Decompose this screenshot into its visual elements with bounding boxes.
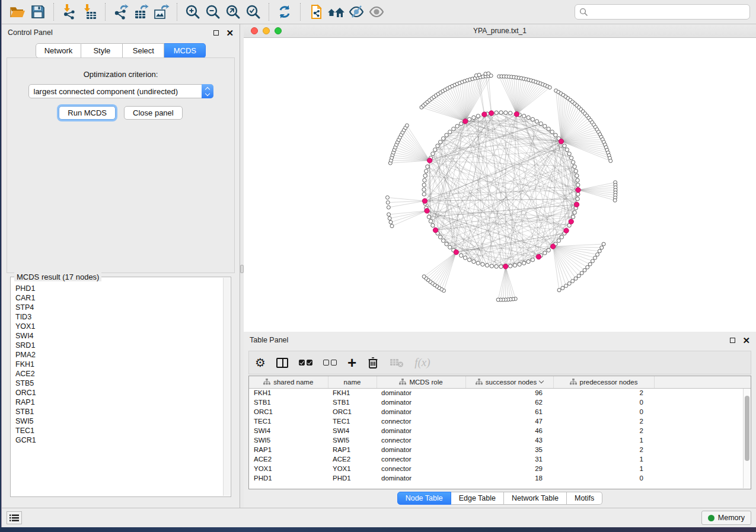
tab-edge-table[interactable]: Edge Table bbox=[451, 492, 504, 505]
network-leaf-node[interactable] bbox=[387, 213, 391, 216]
table-cell[interactable]: 1 bbox=[553, 454, 654, 464]
network-node[interactable] bbox=[576, 178, 579, 182]
mcds-result-item[interactable]: SRD1 bbox=[15, 341, 223, 350]
table-cell[interactable]: connector bbox=[377, 464, 465, 473]
network-node[interactable] bbox=[481, 262, 484, 266]
network-node[interactable] bbox=[531, 117, 534, 121]
select-all-button[interactable] bbox=[299, 360, 312, 366]
close-table-panel-icon[interactable]: ✕ bbox=[742, 336, 750, 345]
run-mcds-button[interactable]: Run MCDS bbox=[59, 106, 116, 120]
mcds-hub-node[interactable] bbox=[503, 264, 508, 269]
mcds-result-item[interactable]: ACE2 bbox=[15, 369, 223, 379]
network-node[interactable] bbox=[463, 256, 467, 259]
network-leaf-node[interactable] bbox=[387, 206, 390, 209]
mcds-hub-node[interactable] bbox=[454, 250, 458, 255]
table-cell[interactable]: 2 bbox=[553, 426, 654, 435]
table-cell[interactable]: PHD1 bbox=[249, 473, 328, 483]
table-cell[interactable]: YOX1 bbox=[249, 464, 328, 473]
table-cell[interactable]: ORC1 bbox=[328, 407, 377, 416]
mcds-result-item[interactable]: RAP1 bbox=[15, 398, 223, 407]
network-node[interactable] bbox=[431, 152, 435, 155]
mcds-result-item[interactable]: PMA2 bbox=[15, 350, 223, 360]
network-leaf-node[interactable] bbox=[564, 284, 568, 287]
export-table-button[interactable] bbox=[131, 2, 151, 21]
table-cell[interactable]: PHD1 bbox=[328, 473, 377, 483]
mcds-hub-node[interactable] bbox=[422, 198, 427, 203]
mcds-hub-node[interactable] bbox=[536, 254, 541, 259]
network-node[interactable] bbox=[467, 258, 471, 261]
table-cell[interactable]: FKH1 bbox=[249, 388, 328, 398]
mcds-hub-node[interactable] bbox=[550, 244, 555, 249]
import-network-button[interactable] bbox=[59, 2, 79, 21]
table-scrollbar-thumb[interactable] bbox=[745, 396, 749, 461]
network-node[interactable] bbox=[485, 264, 489, 267]
network-node[interactable] bbox=[495, 111, 498, 114]
table-cell[interactable]: YOX1 bbox=[328, 464, 377, 473]
column-header-MCDS-role[interactable]: MCDS role bbox=[377, 376, 465, 388]
table-cell[interactable]: ORC1 bbox=[249, 407, 328, 416]
network-node[interactable] bbox=[574, 169, 578, 173]
mcds-hub-node[interactable] bbox=[489, 111, 494, 116]
open-file-button[interactable] bbox=[8, 2, 28, 21]
mcds-result-scrollbar[interactable] bbox=[223, 278, 230, 496]
table-row[interactable]: ACE2ACE2connector311 bbox=[249, 454, 751, 464]
mcds-result-item[interactable]: TEC1 bbox=[15, 426, 223, 435]
network-node[interactable] bbox=[460, 122, 463, 126]
network-node[interactable] bbox=[460, 254, 463, 257]
network-node[interactable] bbox=[476, 114, 480, 118]
table-row[interactable]: PHD1PHD1dominator180 bbox=[249, 473, 751, 483]
network-leaf-node[interactable] bbox=[496, 298, 500, 302]
zoom-in-button[interactable] bbox=[183, 2, 203, 21]
network-node[interactable] bbox=[499, 265, 503, 268]
column-header-predecessor-nodes[interactable]: predecessor nodes bbox=[553, 376, 654, 388]
table-cell[interactable]: dominator bbox=[377, 445, 465, 454]
network-window-titlebar[interactable]: YPA_prune.txt_1 bbox=[244, 24, 756, 38]
table-cell[interactable]: SWI5 bbox=[249, 435, 328, 445]
network-node[interactable] bbox=[455, 124, 459, 128]
network-leaf-node[interactable] bbox=[385, 196, 389, 199]
zoom-fit-button[interactable] bbox=[223, 2, 243, 21]
network-leaf-node[interactable] bbox=[598, 249, 601, 253]
network-leaf-node[interactable] bbox=[389, 220, 393, 224]
table-scrollbar[interactable] bbox=[743, 389, 751, 488]
network-node[interactable] bbox=[527, 259, 530, 263]
network-leaf-node[interactable] bbox=[613, 198, 617, 202]
column-header-name[interactable]: name bbox=[328, 376, 377, 388]
refresh-button[interactable] bbox=[275, 2, 295, 21]
table-cell[interactable]: RAP1 bbox=[328, 445, 377, 454]
network-node[interactable] bbox=[513, 264, 516, 267]
network-leaf-node[interactable] bbox=[574, 277, 578, 280]
table-cell[interactable]: 1 bbox=[553, 464, 654, 473]
column-header-successor-nodes[interactable]: successor nodes bbox=[465, 376, 553, 388]
table-row[interactable]: RAP1RAP1dominator352 bbox=[249, 445, 751, 454]
network-node[interactable] bbox=[565, 148, 569, 152]
network-node[interactable] bbox=[422, 183, 426, 187]
table-cell[interactable]: SWI4 bbox=[328, 426, 377, 435]
network-node[interactable] bbox=[467, 117, 471, 121]
network-node[interactable] bbox=[445, 242, 448, 246]
mcds-result-item[interactable]: FKH1 bbox=[15, 360, 223, 369]
float-panel-icon[interactable] bbox=[213, 30, 219, 36]
network-node[interactable] bbox=[531, 258, 534, 261]
mcds-hub-node[interactable] bbox=[425, 209, 429, 213]
hide-details-button[interactable] bbox=[346, 2, 366, 21]
network-node[interactable] bbox=[441, 137, 445, 140]
network-leaf-node[interactable] bbox=[557, 289, 561, 292]
tab-mcds[interactable]: MCDS bbox=[164, 43, 206, 58]
network-node[interactable] bbox=[518, 262, 521, 266]
network-leaf-node[interactable] bbox=[609, 159, 613, 163]
float-table-panel-icon[interactable] bbox=[730, 338, 735, 343]
network-node[interactable] bbox=[423, 178, 426, 182]
tab-network[interactable]: Network bbox=[36, 43, 82, 58]
table-cell[interactable]: 2 bbox=[553, 388, 654, 398]
network-node[interactable] bbox=[423, 174, 427, 177]
table-cell[interactable]: STB1 bbox=[328, 398, 377, 407]
table-cell[interactable]: 0 bbox=[553, 398, 654, 407]
network-node[interactable] bbox=[425, 169, 428, 173]
table-row[interactable]: STB1STB1dominator620 bbox=[249, 398, 751, 407]
task-history-button[interactable] bbox=[7, 511, 22, 524]
network-leaf-node[interactable] bbox=[600, 246, 604, 249]
mcds-result-item[interactable]: STB1 bbox=[15, 407, 223, 416]
zoom-selected-button[interactable] bbox=[243, 2, 263, 21]
table-cell[interactable]: 43 bbox=[465, 435, 553, 445]
